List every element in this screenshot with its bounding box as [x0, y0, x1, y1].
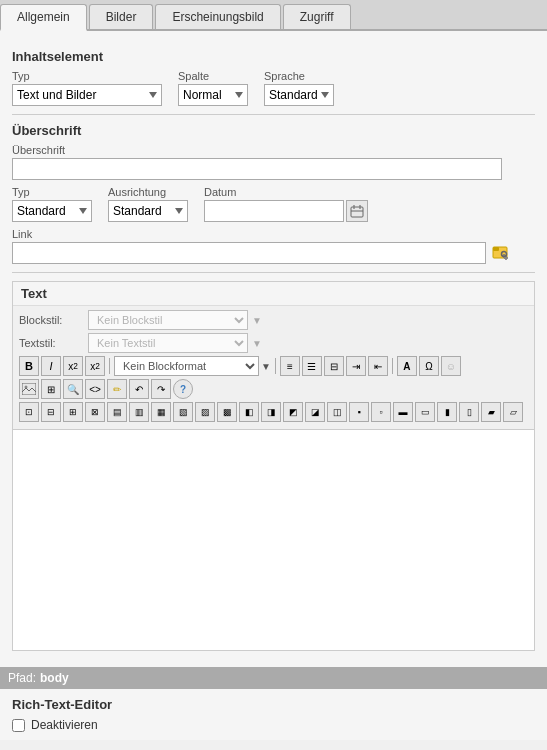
inhaltselement-row: Typ Text und Bilder Spalte Normal Sprach…	[12, 70, 535, 106]
table-tool-15[interactable]: ◫	[327, 402, 347, 422]
svg-rect-0	[351, 207, 363, 217]
special-char-button[interactable]: Ω	[419, 356, 439, 376]
indent-button[interactable]: ⇥	[346, 356, 366, 376]
ordered-list-button[interactable]: ≡	[280, 356, 300, 376]
inhaltselement-title: Inhaltselement	[12, 49, 535, 64]
tab-bar: Allgemein Bilder Erscheinungsbild Zugrif…	[0, 0, 547, 31]
path-value: body	[40, 671, 69, 685]
ueberschrift-label: Überschrift	[12, 144, 535, 156]
typ-group: Typ Text und Bilder	[12, 70, 162, 106]
table-tool-1[interactable]: ⊡	[19, 402, 39, 422]
find-replace-button[interactable]: 🔍	[63, 379, 83, 399]
table-tool-3[interactable]: ⊞	[63, 402, 83, 422]
unordered-list2-button[interactable]: ⊟	[324, 356, 344, 376]
path-bar: Pfad: body	[0, 667, 547, 689]
datum-group: Datum	[204, 186, 368, 222]
table-tool-4[interactable]: ⊠	[85, 402, 105, 422]
table-tool-9[interactable]: ▨	[195, 402, 215, 422]
tab-bilder[interactable]: Bilder	[89, 4, 154, 29]
rte-title: Rich-Text-Editor	[12, 697, 535, 712]
table-tool-22[interactable]: ▰	[481, 402, 501, 422]
ueberschrift-input[interactable]	[12, 158, 502, 180]
calendar-button[interactable]	[346, 200, 368, 222]
divider-2	[12, 272, 535, 273]
datum-input[interactable]	[204, 200, 344, 222]
tab-zugriff[interactable]: Zugriff	[283, 4, 351, 29]
bold-button[interactable]: B	[19, 356, 39, 376]
italic-button[interactable]: I	[41, 356, 61, 376]
undo-button[interactable]: ↶	[129, 379, 149, 399]
table-button[interactable]: ⊞	[41, 379, 61, 399]
divider-1	[12, 114, 535, 115]
image-button[interactable]	[19, 379, 39, 399]
table-tool-2[interactable]: ⊟	[41, 402, 61, 422]
text-section: Text Blockstil: Kein Blockstil ▼ Textsti…	[12, 281, 535, 651]
table-tool-14[interactable]: ◪	[305, 402, 325, 422]
link-browse-button[interactable]	[490, 242, 512, 264]
deactivate-checkbox[interactable]	[12, 719, 25, 732]
table-tool-11[interactable]: ◧	[239, 402, 259, 422]
typ2-label: Typ	[12, 186, 92, 198]
table-tool-13[interactable]: ◩	[283, 402, 303, 422]
sep-1	[109, 358, 110, 374]
path-label: Pfad:	[8, 671, 36, 685]
typ2-group: Typ Standard	[12, 186, 92, 222]
blockstil-row: Blockstil: Kein Blockstil ▼	[19, 310, 528, 330]
outdent-button[interactable]: ⇤	[368, 356, 388, 376]
deactivate-label[interactable]: Deaktivieren	[31, 718, 98, 732]
editor-area[interactable]	[13, 430, 534, 650]
table-tool-20[interactable]: ▮	[437, 402, 457, 422]
table-tool-21[interactable]: ▯	[459, 402, 479, 422]
blockformat-select[interactable]: Kein Blockformat	[114, 356, 259, 376]
sprache-select[interactable]: Standard	[264, 84, 334, 106]
insert-row: ⊞ 🔍 <> ✏ ↶ ↷ ?	[19, 379, 528, 399]
typ2-select[interactable]: Standard	[12, 200, 92, 222]
svg-rect-1	[353, 205, 355, 209]
table-tool-10[interactable]: ▩	[217, 402, 237, 422]
text-color-button[interactable]: A	[397, 356, 417, 376]
subscript-button[interactable]: x2	[63, 356, 83, 376]
textstil-label: Textstil:	[19, 337, 84, 349]
spalte-group: Spalte Normal	[178, 70, 248, 106]
table-tool-16[interactable]: ▪	[349, 402, 369, 422]
rte-section: Rich-Text-Editor Deaktivieren	[0, 689, 547, 740]
spalte-label: Spalte	[178, 70, 248, 82]
table-tool-18[interactable]: ▬	[393, 402, 413, 422]
help-button[interactable]: ?	[173, 379, 193, 399]
table-tool-8[interactable]: ▧	[173, 402, 193, 422]
blockstil-select[interactable]: Kein Blockstil	[88, 310, 248, 330]
emoticon-button[interactable]: ☺	[441, 356, 461, 376]
superscript-button[interactable]: x2	[85, 356, 105, 376]
textstil-row: Textstil: Kein Textstil ▼	[19, 333, 528, 353]
table-tool-7[interactable]: ▦	[151, 402, 171, 422]
text-section-title: Text	[13, 282, 534, 306]
ausrichtung-select[interactable]: Standard	[108, 200, 188, 222]
table-tool-12[interactable]: ◨	[261, 402, 281, 422]
code-button[interactable]: <>	[85, 379, 105, 399]
typ-select[interactable]: Text und Bilder	[12, 84, 162, 106]
ausrichtung-label: Ausrichtung	[108, 186, 188, 198]
blockstil-label: Blockstil:	[19, 314, 84, 326]
style-button[interactable]: ✏	[107, 379, 127, 399]
table-tool-6[interactable]: ▥	[129, 402, 149, 422]
typ-label: Typ	[12, 70, 162, 82]
table-tools-row: ⊡ ⊟ ⊞ ⊠ ▤ ▥ ▦ ▧ ▨ ▩ ◧ ◨ ◩ ◪ ◫ ▪ ▫ ▬ ▭ ▮	[19, 402, 528, 422]
redo-button[interactable]: ↷	[151, 379, 171, 399]
link-row	[12, 242, 535, 264]
table-tool-5[interactable]: ▤	[107, 402, 127, 422]
ausrichtung-group: Ausrichtung Standard	[108, 186, 188, 222]
link-input[interactable]	[12, 242, 486, 264]
tab-allgemein[interactable]: Allgemein	[0, 4, 87, 31]
sprache-group: Sprache Standard	[264, 70, 334, 106]
ueberschrift-title: Überschrift	[12, 123, 535, 138]
browse-icon	[492, 244, 510, 262]
tab-erscheinungsbild[interactable]: Erscheinungsbild	[155, 4, 280, 29]
unordered-list-button[interactable]: ☰	[302, 356, 322, 376]
image-icon	[22, 383, 36, 395]
table-tool-17[interactable]: ▫	[371, 402, 391, 422]
table-tool-23[interactable]: ▱	[503, 402, 523, 422]
textstil-select[interactable]: Kein Textstil	[88, 333, 248, 353]
spalte-select[interactable]: Normal	[178, 84, 248, 106]
deactivate-row: Deaktivieren	[12, 718, 535, 732]
table-tool-19[interactable]: ▭	[415, 402, 435, 422]
